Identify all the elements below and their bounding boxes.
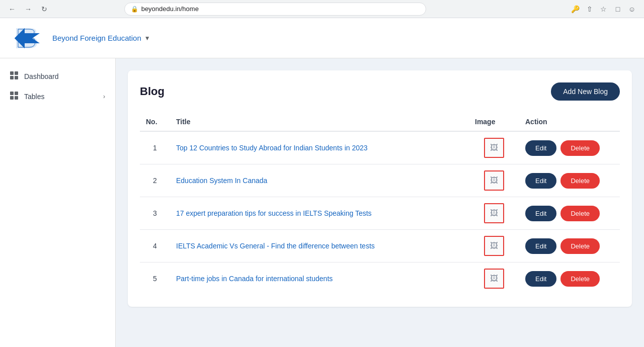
cell-title: 17 expert preparation tips for success i…: [170, 197, 469, 230]
blog-title-link[interactable]: 17 expert preparation tips for success i…: [176, 209, 372, 217]
broken-image-icon: 🖼: [490, 176, 498, 185]
cell-no: 4: [140, 230, 170, 263]
profile-icon[interactable]: ☺: [626, 3, 638, 15]
logo-area: Beyond Foreign Education ▼: [12, 23, 150, 53]
svg-rect-7: [10, 96, 14, 100]
chevron-down-icon: ▼: [144, 35, 150, 42]
action-buttons: Edit Delete: [525, 271, 614, 287]
svg-rect-4: [15, 76, 18, 79]
broken-image-icon: 🖼: [490, 241, 498, 250]
col-header-no: No.: [140, 113, 170, 131]
blog-table: No. Title Image Action 1 Top 12 Countrie…: [140, 113, 620, 295]
cell-title: Top 12 Countries to Study Abroad for Ind…: [170, 131, 469, 164]
col-header-action: Action: [519, 113, 620, 131]
cell-image: 🖼: [469, 263, 519, 295]
table-row: 5 Part-time jobs in Canada for internati…: [140, 263, 620, 295]
edit-button[interactable]: Edit: [525, 238, 556, 254]
lock-icon: 🔒: [131, 6, 138, 13]
blog-title-link[interactable]: IELTS Academic Vs General - Find the dif…: [176, 242, 375, 250]
edit-button[interactable]: Edit: [525, 140, 556, 156]
image-thumbnail: 🖼: [484, 170, 504, 191]
svg-rect-5: [10, 92, 14, 95]
col-header-image: Image: [469, 113, 519, 131]
svg-rect-2: [15, 71, 18, 75]
image-thumbnail: 🖼: [484, 138, 504, 158]
action-buttons: Edit Delete: [525, 173, 614, 189]
dashboard-icon: [10, 71, 18, 81]
main-body: Dashboard Tables ›: [0, 58, 644, 347]
cell-action: Edit Delete: [519, 263, 620, 295]
cell-action: Edit Delete: [519, 131, 620, 164]
cell-image: 🖼: [469, 164, 519, 197]
svg-rect-3: [10, 76, 14, 79]
url-text: beyondedu.in/home: [141, 5, 199, 13]
blog-container: Blog Add New Blog No. Title Image Action: [128, 70, 632, 307]
cell-image: 🖼: [469, 131, 519, 164]
header: Beyond Foreign Education ▼: [0, 18, 644, 58]
broken-image-icon: 🖼: [490, 209, 498, 218]
extension-icon[interactable]: □: [612, 3, 624, 15]
share-icon[interactable]: ⇧: [584, 3, 596, 15]
col-header-title: Title: [170, 113, 469, 131]
image-thumbnail: 🖼: [484, 236, 504, 256]
image-thumbnail: 🖼: [484, 269, 504, 289]
svg-rect-1: [10, 71, 14, 75]
blog-title-link[interactable]: Part-time jobs in Canada for internation…: [176, 275, 333, 283]
blog-title-link[interactable]: Top 12 Countries to Study Abroad for Ind…: [176, 144, 368, 152]
cell-title: Education System In Canada: [170, 164, 469, 197]
cell-action: Edit Delete: [519, 197, 620, 230]
content-area: Blog Add New Blog No. Title Image Action: [116, 58, 644, 347]
browser-actions: 🔑 ⇧ ☆ □ ☺: [570, 3, 638, 15]
svg-rect-8: [15, 96, 18, 100]
table-row: 1 Top 12 Countries to Study Abroad for I…: [140, 131, 620, 164]
image-thumbnail: 🖼: [484, 203, 504, 223]
action-buttons: Edit Delete: [525, 206, 614, 221]
cell-image: 🖼: [469, 197, 519, 230]
blog-title-link[interactable]: Education System In Canada: [176, 177, 267, 185]
star-icon[interactable]: ☆: [598, 3, 610, 15]
action-buttons: Edit Delete: [525, 140, 614, 156]
cell-action: Edit Delete: [519, 164, 620, 197]
blog-title: Blog: [140, 85, 165, 98]
cell-no: 2: [140, 164, 170, 197]
sidebar-tables-label: Tables: [24, 93, 44, 101]
delete-button[interactable]: Delete: [560, 271, 600, 287]
cell-title: IELTS Academic Vs General - Find the dif…: [170, 230, 469, 263]
table-row: 3 17 expert preparation tips for success…: [140, 197, 620, 230]
cell-no: 3: [140, 197, 170, 230]
cell-image: 🖼: [469, 230, 519, 263]
broken-image-icon: 🖼: [490, 274, 498, 283]
add-new-blog-button[interactable]: Add New Blog: [551, 82, 620, 101]
edit-button[interactable]: Edit: [525, 206, 556, 221]
edit-button[interactable]: Edit: [525, 271, 556, 287]
sidebar-tables-left: Tables: [10, 92, 44, 101]
broken-image-icon: 🖼: [490, 143, 498, 152]
svg-rect-6: [15, 92, 18, 95]
back-button[interactable]: ←: [6, 3, 18, 15]
delete-button[interactable]: Delete: [560, 238, 600, 254]
sidebar-item-dashboard[interactable]: Dashboard: [0, 66, 115, 86]
cell-title: Part-time jobs in Canada for internation…: [170, 263, 469, 295]
cell-no: 5: [140, 263, 170, 295]
refresh-button[interactable]: ↻: [38, 3, 50, 15]
edit-button[interactable]: Edit: [525, 173, 556, 189]
forward-button[interactable]: →: [22, 3, 34, 15]
logo-image: [12, 23, 42, 53]
sidebar-item-tables[interactable]: Tables ›: [0, 86, 115, 106]
brand-dropdown[interactable]: Beyond Foreign Education ▼: [52, 34, 150, 42]
delete-button[interactable]: Delete: [560, 206, 600, 221]
address-bar[interactable]: 🔒 beyondedu.in/home: [124, 3, 426, 16]
cell-action: Edit Delete: [519, 230, 620, 263]
browser-chrome: ← → ↻ 🔒 beyondedu.in/home 🔑 ⇧ ☆ □ ☺: [0, 0, 644, 18]
cell-no: 1: [140, 131, 170, 164]
delete-button[interactable]: Delete: [560, 140, 600, 156]
key-icon[interactable]: 🔑: [570, 3, 582, 15]
app-container: Beyond Foreign Education ▼ Dashboard: [0, 18, 644, 347]
sidebar: Dashboard Tables ›: [0, 58, 116, 347]
brand-name: Beyond Foreign Education: [52, 34, 141, 42]
sidebar-dashboard-label: Dashboard: [24, 72, 59, 80]
arrow-right-icon: ›: [103, 93, 105, 100]
delete-button[interactable]: Delete: [560, 173, 600, 189]
tables-icon: [10, 92, 18, 101]
table-header-row: No. Title Image Action: [140, 113, 620, 131]
